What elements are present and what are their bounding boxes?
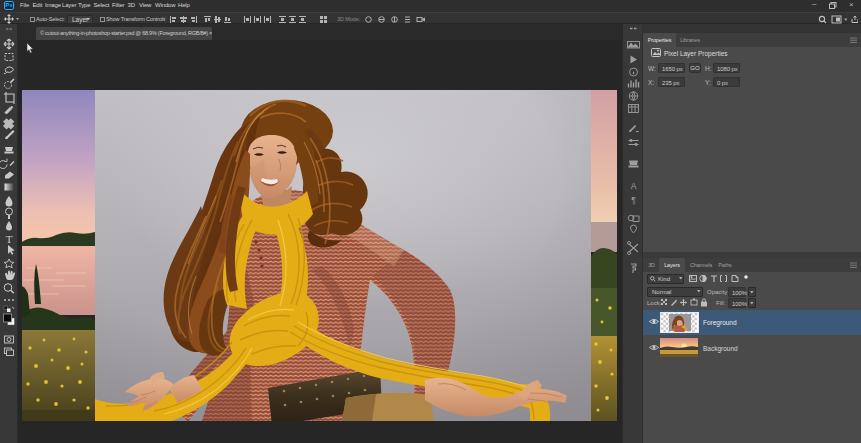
svg-text:¶: ¶	[631, 195, 636, 205]
svg-text:A: A	[631, 181, 637, 191]
svg-text:T: T	[6, 233, 13, 245]
